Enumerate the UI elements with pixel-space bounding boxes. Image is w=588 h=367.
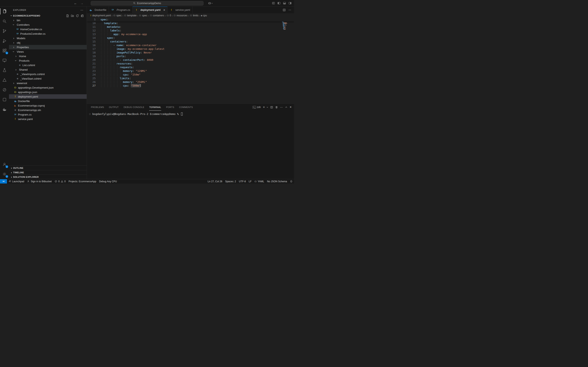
new-terminal-icon[interactable]: + [263, 105, 265, 109]
section-outline[interactable]: ›OUTLINE [9, 166, 87, 170]
command-center[interactable]: EcommerceAppDemo [91, 1, 204, 6]
tree-item-obj[interactable]: ›obj [9, 41, 87, 45]
status-problems[interactable]: 0 0 [53, 179, 67, 184]
status-encoding[interactable]: UTF-8 [237, 179, 247, 184]
refresh-icon[interactable] [76, 14, 79, 17]
project-header[interactable]: › ECOMMERCEAPPDEMO [9, 14, 87, 18]
code-line-13[interactable]: 13│ │ │ │ app: my-ecommerce-app [87, 33, 294, 36]
panel-tab-problems[interactable]: PROBLEMS [91, 104, 104, 111]
activity-settings[interactable]: 1 [0, 169, 9, 179]
customize-layout-icon[interactable] [272, 2, 275, 5]
section-solution-explorer[interactable]: ›SOLUTION EXPLORER [9, 175, 87, 179]
collapse-all-icon[interactable] [81, 14, 84, 17]
code-line-27[interactable]: 27│ │ │ │ │ │ │ cpu: "500m" [87, 84, 294, 88]
forward-icon[interactable]: → [80, 1, 83, 5]
new-folder-icon[interactable] [71, 14, 74, 17]
tree-item-appsettings-development-json[interactable]: {}appsettings.Development.json [9, 85, 87, 90]
launch-profile-button[interactable]: >_zsh [253, 106, 261, 108]
code-line-24[interactable]: 24│ │ │ │ │ │ │ cpu: "250m" [87, 73, 294, 76]
activity-testing[interactable] [0, 65, 9, 75]
code-line-16[interactable]: 16│ │ │ │ - name: ecommerce-container [87, 43, 294, 47]
code-line-14[interactable]: 14│ │ spec: [87, 36, 294, 40]
close-panel-icon[interactable]: × [290, 105, 291, 109]
status-debug-config[interactable]: Debug Any CPU [98, 179, 118, 184]
code-line-5[interactable]: 5spec: [87, 18, 294, 21]
tab-dockerfile[interactable]: Dockerfile [87, 7, 109, 13]
back-icon[interactable]: ← [74, 1, 77, 5]
code-line-11[interactable]: 11│ │ metadata: [87, 25, 294, 29]
code-line-22[interactable]: 22│ │ │ │ │ │ requests: [87, 66, 294, 69]
code-line-18[interactable]: 18│ │ │ │ │ imagePullPolicy: Never [87, 51, 294, 55]
code-line-20[interactable]: 20│ │ │ │ │ │ - containerPort: 8080 [87, 58, 294, 62]
new-file-icon[interactable] [66, 14, 69, 17]
code-line-15[interactable]: 15│ │ │ containers: [87, 40, 294, 43]
tree-item-viewimports-cshtml[interactable]: ≡_ViewImports.cshtml [9, 72, 87, 76]
activity-run-debug[interactable] [0, 36, 9, 46]
tree-item-views[interactable]: ›Views [9, 50, 87, 54]
status-json-schema[interactable]: No JSON Schema [266, 179, 289, 184]
tree-item-program-cs[interactable]: C#Program.cs [9, 112, 87, 117]
code-line-17[interactable]: 17│ │ │ │ │ image: my-ecommerce-app:late… [87, 47, 294, 51]
tree-item-products[interactable]: ›Products [9, 58, 87, 63]
toggle-panel-icon[interactable] [283, 2, 286, 5]
breadcrumb-item[interactable]: {}0 [167, 14, 171, 17]
status-language[interactable]: {}YAML [253, 179, 266, 184]
maximize-panel-icon[interactable] [285, 106, 288, 108]
tree-item-shared[interactable]: ›Shared [9, 67, 87, 72]
panel-tab-comments[interactable]: COMMENTS [179, 104, 193, 111]
terminal-dropdown-icon[interactable]: › [266, 107, 269, 108]
explorer-more-icon[interactable]: ⋯ [80, 8, 84, 12]
tab-service-yaml[interactable]: !service.yaml [168, 7, 192, 13]
activity-triangle-extension[interactable] [0, 75, 9, 85]
panel-more-icon[interactable]: ⋯ [280, 106, 283, 109]
panel-tab-terminal[interactable]: TERMINAL [149, 104, 161, 111]
tree-item-ecommerceapp-csproj[interactable]: EcommerceApp.csproj [9, 103, 87, 108]
tree-item-viewstart-cshtml[interactable]: ≡_ViewStart.cshtml [9, 76, 87, 81]
tree-item-ecommerceapp-sln[interactable]: ≡EcommerceApp.sln [9, 108, 87, 112]
sticky-scroll[interactable]: 5spec: [87, 18, 294, 21]
code-line-23[interactable]: 23│ │ │ │ │ │ │ memory: "128Mi" [87, 69, 294, 73]
code-line-25[interactable]: 25│ │ │ │ │ │ limits: [87, 76, 294, 80]
code-line-21[interactable]: 21│ │ │ │ │ resources: [87, 62, 294, 66]
tree-item-homecontroller-cs[interactable]: C#HomeController.cs [9, 27, 87, 32]
panel-tab-debug-console[interactable]: DEBUG CONSOLE [124, 104, 144, 111]
status-notifications[interactable] [289, 179, 294, 184]
tree-item-productscontroller-cs[interactable]: C#ProductsController.cs [9, 32, 87, 36]
code-line-12[interactable]: 12│ │ │ labels: [87, 29, 294, 33]
code-editor[interactable]: 5spec: 10│ template:11│ │ metadata:12│ │… [87, 18, 294, 103]
tree-item-home[interactable]: ›Home [9, 54, 87, 58]
tab-deployment-yaml[interactable]: !deployment.yaml× [133, 7, 168, 13]
section-timeline[interactable]: ›TIMELINE [9, 170, 87, 175]
close-icon[interactable]: × [163, 8, 165, 12]
breadcrumb-item[interactable]: {}template [124, 14, 136, 17]
terminal[interactable]: bogdanfylypiv@Bogdans-MacBook-Pro-2 Ecom… [87, 111, 294, 116]
status-eol[interactable]: LF [247, 179, 253, 184]
code-line-26[interactable]: 26│ │ │ │ │ │ │ memory: "256Mi" [87, 80, 294, 84]
status-launchpad[interactable]: Launchpad [7, 179, 26, 184]
status-projects[interactable]: Projects: EcommerceApp [67, 179, 98, 184]
breadcrumb-item[interactable]: {}spec [139, 14, 147, 17]
toggle-primary-sidebar-icon[interactable] [277, 2, 281, 5]
breadcrumb-item[interactable]: !deployment.yaml [90, 14, 111, 17]
breadcrumb-item[interactable]: []containers [150, 14, 164, 17]
activity-accounts[interactable]: 1 [0, 159, 9, 169]
tree-item-deployment-yaml[interactable]: !deployment.yaml [9, 94, 87, 99]
tree-item-models[interactable]: ›Models [9, 36, 87, 41]
tree-item-controllers[interactable]: ›Controllers [9, 23, 87, 27]
activity-source-control[interactable] [0, 26, 9, 36]
breadcrumb-item[interactable]: {}resources [173, 14, 187, 17]
status-cursor-position[interactable]: Ln 27, Col 26 [206, 179, 224, 184]
breadcrumb-item[interactable]: {}spec [113, 14, 122, 17]
code-line-19[interactable]: 19│ │ │ │ │ ports: [87, 55, 294, 58]
tree-item-properties[interactable]: ›Properties [9, 45, 87, 50]
copilot-menu[interactable]: › [208, 2, 213, 5]
split-editor-icon[interactable] [283, 8, 286, 11]
tree-item-appsettings-json[interactable]: {}appsettings.json [9, 90, 87, 94]
kill-terminal-icon[interactable] [275, 106, 278, 108]
tree-item-dockerfile[interactable]: Dockerfile [9, 99, 87, 103]
activity-docker[interactable] [0, 105, 9, 114]
toggle-secondary-sidebar-icon[interactable] [289, 2, 291, 5]
remote-indicator[interactable]: >< [0, 179, 7, 184]
activity-square-extension[interactable] [0, 95, 9, 105]
breadcrumb-item[interactable]: {}limits [190, 14, 198, 17]
